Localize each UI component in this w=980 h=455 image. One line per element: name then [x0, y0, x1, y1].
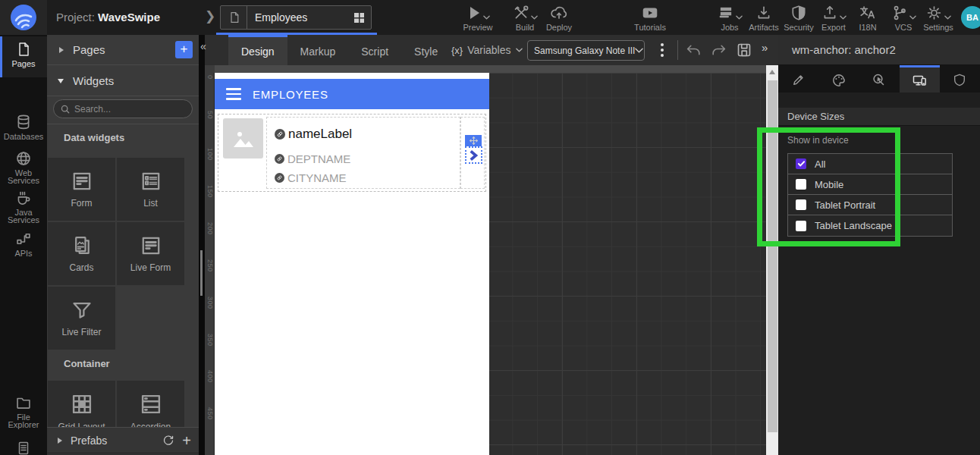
deploy-button[interactable]: Deploy: [541, 3, 577, 32]
add-page-button[interactable]: +: [175, 41, 193, 58]
hamburger-icon[interactable]: [226, 88, 241, 100]
preview-button[interactable]: Preview: [460, 3, 496, 32]
image-placeholder-icon[interactable]: [223, 118, 263, 158]
i18n-button[interactable]: I18N: [850, 3, 886, 32]
jobs-button[interactable]: Jobs: [711, 3, 748, 32]
tab-properties[interactable]: [778, 65, 818, 93]
selected-anchor-widget[interactable]: [465, 135, 482, 164]
sidebar-item-web-services[interactable]: Web Services: [0, 150, 47, 184]
link-icon: [275, 129, 285, 140]
tutorials-button[interactable]: Tutorials: [632, 3, 668, 32]
palette-scrollbar[interactable]: [200, 250, 203, 296]
widget-tile-live-filter[interactable]: Live Filter: [48, 287, 115, 350]
checkbox-mobile[interactable]: [796, 179, 806, 190]
variables-button[interactable]: {x} Variables: [451, 35, 523, 65]
checkbox-tablet-landscape[interactable]: [796, 221, 806, 231]
security-button[interactable]: Security: [781, 3, 817, 32]
grid-icon[interactable]: [353, 12, 365, 24]
canvas-toolbar: Design Markup Script Style {x} Variables…: [205, 35, 778, 65]
horizontal-ruler: [215, 65, 766, 73]
app-logo[interactable]: [0, 0, 47, 35]
dept-label-widget[interactable]: DEPTNAME: [275, 152, 350, 165]
widget-tile-list[interactable]: List: [117, 158, 184, 221]
widget-tile-live-form[interactable]: Live Form: [117, 222, 184, 285]
name-label-widget[interactable]: nameLabel: [275, 127, 352, 142]
option-tablet-landscape[interactable]: Tablet Landscape: [788, 215, 952, 236]
sidebar-item-file-explorer[interactable]: File Explorer: [0, 394, 47, 428]
accordion-icon: [139, 392, 163, 416]
anchor-chevron-icon[interactable]: [465, 146, 482, 164]
chevron-down-icon: [531, 15, 538, 20]
checkbox-tablet-portrait[interactable]: [796, 199, 806, 210]
widget-tile-form[interactable]: Form: [48, 158, 115, 221]
coffee-icon: [14, 190, 33, 206]
variables-badge: {x}: [451, 45, 463, 56]
canvas-scrollbar[interactable]: [766, 65, 778, 455]
tab-device-sizes[interactable]: [900, 65, 940, 93]
export-button[interactable]: Export: [815, 3, 852, 32]
save-icon[interactable]: [736, 42, 752, 58]
i18n-icon: [859, 3, 877, 21]
link-icon: [275, 154, 284, 164]
live-filter-icon: [71, 299, 93, 322]
globe-icon: [15, 150, 32, 167]
widget-search[interactable]: [53, 99, 193, 118]
chevron-down-icon: [483, 15, 490, 20]
build-button[interactable]: Build: [507, 3, 543, 32]
wavemaker-studio: Project: WaveSwipe ❯ Employees Preview: [0, 0, 980, 455]
option-all[interactable]: All: [788, 154, 952, 174]
expand-panel-icon[interactable]: »: [762, 41, 768, 54]
design-canvas[interactable]: EMPLOYEES nameLabel: [215, 73, 766, 455]
sidebar-item-databases[interactable]: Databases: [0, 114, 47, 140]
redo-icon[interactable]: [710, 42, 727, 58]
option-tablet-portrait[interactable]: Tablet Portrait: [788, 195, 952, 215]
mobile-navbar[interactable]: EMPLOYEES: [215, 79, 489, 109]
tab-styles[interactable]: [818, 65, 859, 93]
widget-tile-cards[interactable]: Cards: [48, 222, 115, 285]
option-mobile[interactable]: Mobile: [788, 174, 952, 195]
sidebar-item-apis[interactable]: APIs: [0, 231, 47, 257]
panel-divider: [199, 35, 205, 455]
tab-security[interactable]: [940, 65, 980, 93]
add-prefab-icon[interactable]: +: [182, 435, 191, 447]
device-size-select[interactable]: Samsung Galaxy Note III: [527, 40, 645, 61]
project-name: WaveSwipe: [98, 11, 160, 24]
scrollbar-thumb[interactable]: [768, 80, 777, 432]
tab-design[interactable]: Design: [228, 35, 287, 65]
file-tab-employees[interactable]: Employees: [220, 5, 372, 30]
undo-icon[interactable]: [685, 42, 702, 58]
sidebar-item-pages[interactable]: Pages: [0, 41, 47, 67]
properties-panel: wm-anchor: anchor2 Device Sizes Show in …: [778, 35, 980, 455]
artifacts-button[interactable]: Artifacts: [746, 3, 782, 32]
sidebar-item-java-services[interactable]: Java Services: [0, 190, 47, 224]
vcs-button[interactable]: VCS: [885, 3, 922, 32]
tab-divider: [247, 6, 247, 29]
city-label-widget[interactable]: CITYNAME: [275, 171, 347, 184]
device-sizes-section-header: Device Sizes: [778, 108, 980, 126]
sidebar-item-more-document[interactable]: [0, 440, 47, 455]
user-avatar[interactable]: BA: [961, 6, 980, 29]
collapse-panel-icon[interactable]: «: [200, 40, 206, 52]
security-icon: [790, 3, 807, 21]
tab-script[interactable]: Script: [348, 35, 401, 65]
pages-section-header[interactable]: Pages +: [47, 35, 199, 65]
tab-inspect[interactable]: [859, 65, 899, 93]
refresh-icon[interactable]: [162, 435, 174, 447]
prefabs-section-header[interactable]: Prefabs +: [47, 427, 199, 453]
labels-container[interactable]: nameLabel DEPTNAME CITYNAME: [266, 117, 460, 189]
settings-button[interactable]: Settings: [920, 3, 956, 32]
checkbox-all[interactable]: [796, 158, 806, 169]
list-item-template[interactable]: nameLabel DEPTNAME CITYNAME: [218, 114, 486, 192]
widgets-section-header[interactable]: Widgets: [47, 66, 199, 96]
search-input[interactable]: [74, 104, 181, 115]
tab-style[interactable]: Style: [401, 35, 451, 65]
project-title: Project: WaveSwipe: [56, 11, 160, 24]
more-options-icon[interactable]: [658, 41, 667, 59]
scroll-up-arrow-icon[interactable]: [769, 70, 775, 74]
search-icon: [61, 105, 70, 114]
vertical-ruler: 0 50 100 150 200 250 300 350 400 450: [205, 73, 215, 455]
move-handle-icon[interactable]: [465, 135, 482, 146]
tab-markup[interactable]: Markup: [287, 35, 349, 65]
page-preview[interactable]: EMPLOYEES nameLabel: [215, 73, 489, 455]
container-title: Container: [64, 358, 110, 369]
